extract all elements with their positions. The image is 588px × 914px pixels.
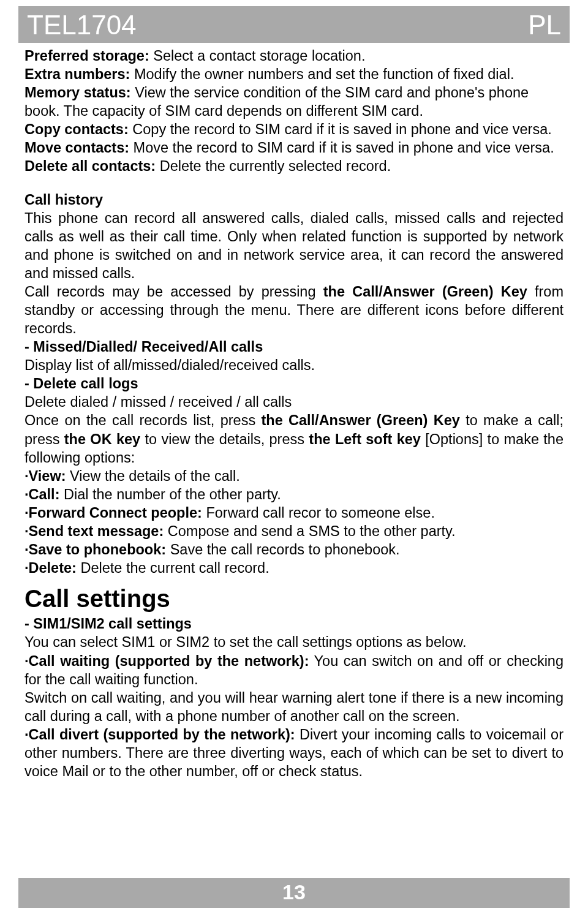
label: ·Save to phonebook: [24, 542, 166, 557]
text: Copy the record to SIM card if it is sav… [129, 121, 552, 137]
text: to view the details, press [140, 431, 309, 447]
label: ·Forward Connect people: [24, 505, 202, 521]
contacts-preferred-storage: Preferred storage: Select a contact stor… [24, 47, 564, 65]
label: Copy contacts: [24, 121, 129, 137]
call-history-sec1-text: Display list of all/missed/dialed/receiv… [24, 356, 564, 374]
call-history-p1: This phone can record all answered calls… [24, 209, 564, 282]
call-history-once: Once on the call records list, press the… [24, 411, 564, 466]
label: ·Call divert (supported by the network): [24, 727, 295, 742]
opt-sms: ·Send text message: Compose and send a S… [24, 522, 564, 540]
call-divert: ·Call divert (supported by the network):… [24, 725, 564, 780]
label: Move contacts: [24, 140, 129, 156]
contacts-memory-status: Memory status: View the service conditio… [24, 83, 564, 120]
text: Call records may be accessed by pressing [24, 284, 323, 300]
footer-bar: 13 [18, 878, 570, 908]
header-model: TEL1704 [27, 10, 137, 40]
title: - Delete call logs [24, 376, 138, 391]
text: View the details of the call. [66, 468, 239, 484]
title: - SIM1/SIM2 call settings [24, 616, 192, 632]
text: Save the call records to phonebook. [166, 542, 399, 557]
opt-call: ·Call: Dial the number of the other part… [24, 485, 564, 504]
label: Extra numbers: [24, 66, 130, 82]
opt-forward: ·Forward Connect people: Forward call re… [24, 504, 564, 522]
call-history-title: Call history [24, 191, 564, 209]
label: ·View: [24, 468, 66, 484]
call-history-sec2-title: - Delete call logs [24, 374, 564, 393]
call-history-sec2-text: Delete dialed / missed / received / all … [24, 393, 564, 411]
call-history-p2: Call records may be accessed by pressing… [24, 282, 564, 338]
contacts-delete-all: Delete all contacts: Delete the currentl… [24, 157, 564, 175]
header-bar: TEL1704 PL [18, 6, 570, 43]
opt-view: ·View: View the details of the call. [24, 467, 564, 485]
text: Delete the current call record. [77, 560, 270, 576]
opt-save: ·Save to phonebook: Save the call record… [24, 540, 564, 559]
contacts-move: Move contacts: Move the record to SIM ca… [24, 138, 564, 157]
text: Move the record to SIM card if it is sav… [129, 140, 554, 156]
key: the OK key [64, 431, 140, 447]
key: the Left soft key [309, 431, 421, 447]
call-history-sec1-title: - Missed/Dialled/ Received/All calls [24, 338, 564, 356]
call-waiting-note: Switch on call waiting, and you will hea… [24, 689, 564, 725]
text: This phone can record all answered calls… [24, 210, 564, 281]
key: the Call/Answer (Green) Key [261, 412, 459, 428]
header-lang: PL [528, 10, 561, 40]
page-content: Preferred storage: Select a contact stor… [0, 43, 588, 780]
text: Modify the owner numbers and set the fun… [130, 66, 514, 82]
text: Dial the number of the other party. [59, 486, 281, 502]
label: ·Call: [24, 486, 59, 502]
label: Preferred storage: [24, 48, 149, 64]
opt-delete: ·Delete: Delete the current call record. [24, 559, 564, 577]
key: the Call/Answer (Green) Key [323, 284, 527, 300]
call-settings-sim-text: You can select SIM1 or SIM2 to set the c… [24, 633, 564, 651]
call-settings-title: Call settings [24, 583, 564, 614]
text: Delete the currently selected record. [156, 158, 391, 174]
call-waiting: ·Call waiting (supported by the network)… [24, 652, 564, 689]
label: ·Delete: [24, 560, 77, 576]
label: Delete all contacts: [24, 158, 156, 174]
title: - Missed/Dialled/ Received/All calls [24, 339, 263, 355]
contacts-extra-numbers: Extra numbers: Modify the owner numbers … [24, 65, 564, 83]
label: ·Call waiting (supported by the network)… [24, 653, 309, 669]
call-settings-sim-title: - SIM1/SIM2 call settings [24, 614, 564, 633]
text: Select a contact storage location. [149, 48, 366, 64]
label: ·Send text message: [24, 523, 164, 539]
label: Memory status: [24, 85, 131, 100]
text: Compose and send a SMS to the other part… [164, 523, 455, 539]
title: Call history [24, 192, 103, 208]
page-number: 13 [282, 880, 306, 904]
contacts-copy: Copy contacts: Copy the record to SIM ca… [24, 120, 564, 138]
text: Once on the call records list, press [24, 412, 261, 428]
text: Forward call recor to someone else. [202, 505, 435, 521]
